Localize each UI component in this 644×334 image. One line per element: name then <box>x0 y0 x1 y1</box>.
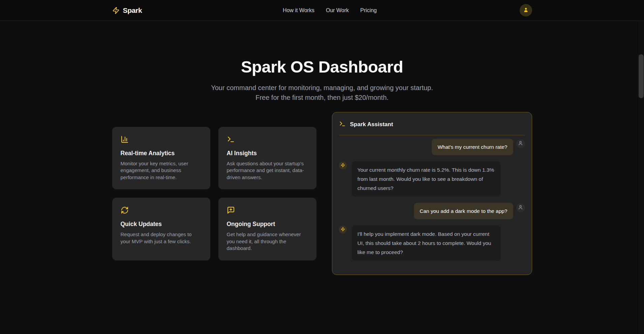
chat-message-assistant: I'll help you implement dark mode. Based… <box>339 225 525 261</box>
nav-link-our-work[interactable]: Our Work <box>326 7 349 13</box>
chat-message-assistant: Your current monthly churn rate is 5.2%.… <box>339 161 525 197</box>
bar-chart-icon <box>121 135 202 143</box>
content-row: Real-time Analytics Monitor your key met… <box>112 112 532 275</box>
assistant-message-bubble: I'll help you implement dark mode. Based… <box>352 225 501 261</box>
feature-card-ongoing-support[interactable]: Ongoing Support Get help and guidance wh… <box>218 198 316 260</box>
user-message-bubble: Can you add a dark mode to the app? <box>414 203 513 219</box>
assistant-message-bubble: Your current monthly churn rate is 5.2%.… <box>352 161 501 197</box>
assistant-panel-title: Spark Assistant <box>350 121 393 128</box>
feature-title: Ongoing Support <box>227 221 308 228</box>
nav-link-pricing[interactable]: Pricing <box>360 7 377 13</box>
terminal-icon <box>339 120 346 129</box>
nav-link-how-it-works[interactable]: How it Works <box>283 7 314 13</box>
zap-icon <box>112 7 120 14</box>
chat-message-user: Can you add a dark mode to the app? <box>339 203 525 219</box>
zap-icon <box>341 163 345 169</box>
logo[interactable]: Spark <box>112 6 142 15</box>
navbar: Spark How it Works Our Work Pricing <box>0 0 644 21</box>
page-title: Spark OS Dashboard <box>0 59 644 75</box>
user-icon <box>518 205 523 211</box>
logo-text: Spark <box>123 6 142 15</box>
chat-message-user: What's my current churn rate? <box>339 139 525 155</box>
zap-icon <box>341 227 345 233</box>
assistant-panel-header: Spark Assistant <box>339 120 525 129</box>
user-avatar <box>516 203 525 212</box>
assistant-avatar <box>339 226 347 233</box>
terminal-icon <box>227 135 308 143</box>
account-avatar-button[interactable] <box>520 4 532 17</box>
page-subtitle: Your command center for monitoring, mana… <box>206 83 438 103</box>
feature-card-ai-insights[interactable]: AI Insights Ask questions about your sta… <box>218 127 316 190</box>
refresh-icon <box>121 206 202 214</box>
user-message-bubble: What's my current churn rate? <box>432 139 513 155</box>
chat-messages: What's my current churn rate? <box>339 139 525 261</box>
feature-title: AI Insights <box>227 150 308 157</box>
feature-card-quick-updates[interactable]: Quick Updates Request and deploy changes… <box>112 198 210 260</box>
feature-card-realtime-analytics[interactable]: Real-time Analytics Monitor your key met… <box>112 127 210 190</box>
user-icon <box>518 141 523 147</box>
scrollbar-thumb[interactable] <box>639 54 644 98</box>
nav-links: How it Works Our Work Pricing <box>283 7 377 13</box>
feature-description: Get help and guidance whenever you need … <box>227 231 308 252</box>
user-icon <box>523 7 529 14</box>
message-square-plus-icon <box>227 206 308 214</box>
feature-grid: Real-time Analytics Monitor your key met… <box>112 127 316 260</box>
navbar-inner: Spark How it Works Our Work Pricing <box>112 0 532 21</box>
panel-divider <box>339 135 525 135</box>
feature-title: Real-time Analytics <box>121 150 202 157</box>
feature-title: Quick Updates <box>121 221 202 228</box>
hero-section: Spark OS Dashboard Your command center f… <box>0 59 644 103</box>
user-avatar <box>516 139 525 148</box>
feature-description: Monitor your key metrics, user engagemen… <box>121 160 202 181</box>
spark-assistant-panel: Spark Assistant What's my current churn … <box>332 112 532 275</box>
feature-description: Ask questions about your startup's perfo… <box>227 160 308 181</box>
assistant-avatar <box>339 162 347 169</box>
feature-description: Request and deploy changes to your MVP w… <box>121 231 202 245</box>
